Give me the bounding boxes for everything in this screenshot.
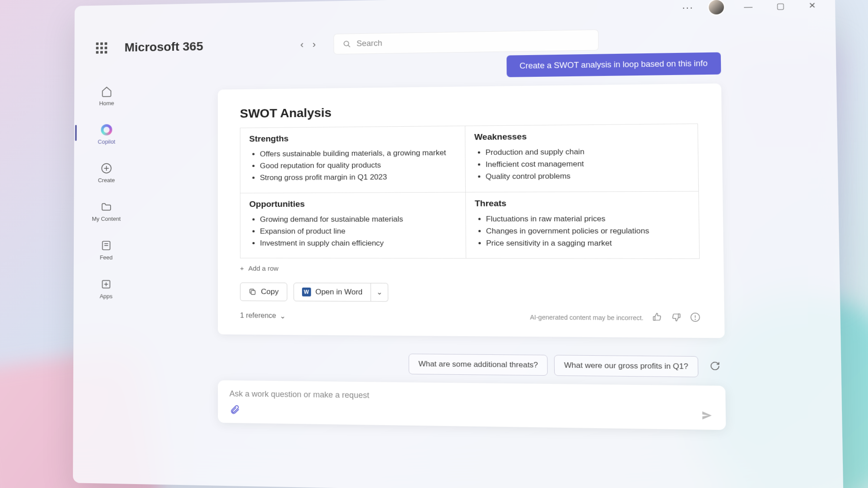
prompt-placeholder: Ask a work question or make a request	[230, 389, 713, 404]
copy-button[interactable]: Copy	[240, 282, 287, 301]
copilot-icon	[101, 124, 113, 136]
sidebar-item-home[interactable]: Home	[83, 82, 131, 109]
swot-cell-weaknesses: Weaknesses Production and supply chain I…	[465, 124, 699, 192]
sidebar-item-feed[interactable]: Feed	[82, 237, 130, 263]
minimize-button[interactable]: —	[739, 0, 757, 13]
app-window: ··· — ▢ ✕ Microsoft 365 ‹ › Search Home …	[73, 0, 843, 488]
search-placeholder: Search	[356, 39, 382, 48]
word-icon: W	[302, 288, 311, 296]
add-row-button[interactable]: + Add a row	[240, 265, 700, 273]
references-toggle[interactable]: 1 reference ⌄	[240, 311, 286, 320]
nav-forward-button[interactable]: ›	[312, 39, 316, 50]
list-item: Growing demand for sustainable materials	[260, 213, 456, 226]
svg-point-0	[344, 41, 349, 46]
feed-icon	[100, 239, 112, 252]
list-item: Changes in government policies or regula…	[486, 225, 690, 237]
sidebar-item-mycontent[interactable]: My Content	[82, 198, 130, 225]
folder-icon	[100, 201, 112, 213]
report-button[interactable]	[690, 312, 701, 324]
plus-circle-icon	[100, 162, 112, 174]
swot-cell-opportunities: Opportunities Growing demand for sustain…	[240, 192, 466, 259]
thumbs-up-button[interactable]	[652, 312, 662, 324]
more-options-button[interactable]: ···	[682, 2, 694, 13]
quadrant-heading: Strengths	[249, 132, 455, 144]
chat-content: Create a SWOT analysis in loop based on …	[218, 52, 726, 430]
sidebar-item-label: My Content	[92, 216, 121, 222]
thumbs-down-button[interactable]	[671, 312, 681, 324]
app-launcher-icon[interactable]	[96, 42, 107, 53]
references-label: 1 reference	[240, 311, 276, 320]
list-item: Expansion of product line	[260, 225, 456, 237]
sidebar-item-label: Home	[99, 100, 114, 106]
add-row-label: Add a row	[248, 265, 278, 272]
card-actions: Copy W Open in Word ⌄	[240, 282, 700, 303]
send-icon	[701, 409, 713, 422]
plus-icon: +	[240, 265, 244, 272]
send-button[interactable]	[701, 409, 713, 423]
paperclip-icon	[230, 404, 240, 415]
chevron-down-icon: ⌄	[377, 288, 383, 296]
open-word-label: Open in Word	[316, 288, 363, 297]
close-button[interactable]: ✕	[804, 0, 821, 13]
titlebar: ··· — ▢ ✕	[682, 0, 821, 16]
open-in-dropdown-button[interactable]: ⌄	[371, 283, 388, 301]
sidebar-item-label: Feed	[100, 254, 113, 261]
list-item: Strong gross profit margin in Q1 2023	[260, 171, 456, 184]
copy-label: Copy	[261, 288, 279, 297]
swot-cell-strengths: Strengths Offers sustainable building ma…	[240, 126, 465, 193]
list-item: Production and supply chain	[485, 145, 688, 158]
sidebar-item-create[interactable]: Create	[82, 160, 130, 187]
svg-line-1	[348, 45, 350, 47]
refresh-suggestions-button[interactable]	[705, 356, 725, 377]
response-title: SWOT Analysis	[240, 102, 698, 121]
sidebar-item-apps[interactable]: Apps	[82, 275, 130, 302]
chevron-down-icon: ⌄	[279, 311, 285, 320]
suggestions-row: What are some additional threats? What w…	[218, 352, 725, 378]
suggestion-chip[interactable]: What were our gross profits in Q1?	[554, 355, 698, 377]
list-item: Offers sustainable building materials, a…	[260, 147, 456, 160]
swot-cell-threats: Threats Fluctuations in raw material pri…	[465, 191, 700, 259]
quadrant-heading: Opportunities	[249, 199, 456, 209]
sidebar-item-copilot[interactable]: Copilot	[83, 121, 131, 148]
list-item: Good reputation for quality products	[260, 159, 456, 172]
svg-rect-11	[251, 291, 255, 295]
response-card: SWOT Analysis Strengths Offers sustainab…	[218, 83, 725, 338]
swot-table: Strengths Offers sustainable building ma…	[240, 124, 700, 259]
apps-icon	[100, 278, 112, 290]
list-item: Quality control problems	[486, 170, 689, 183]
attach-button[interactable]	[230, 404, 240, 417]
prompt-input[interactable]: Ask a work question or make a request	[218, 380, 726, 430]
suggestion-chip[interactable]: What are some additional threats?	[409, 354, 548, 376]
quadrant-heading: Weaknesses	[474, 131, 688, 142]
refresh-icon	[710, 361, 720, 371]
user-message-bubble: Create a SWOT analysis in loop based on …	[506, 52, 721, 77]
list-item: Fluctuations in raw material prices	[486, 212, 690, 225]
nav-back-button[interactable]: ‹	[300, 39, 304, 50]
ai-disclaimer: AI-generated content may be incorrect.	[530, 314, 644, 321]
sidebar-item-label: Create	[98, 177, 115, 183]
open-in-word-button[interactable]: W Open in Word	[293, 283, 371, 302]
home-icon	[101, 85, 113, 98]
list-item: Investment in supply chain efficiency	[260, 237, 456, 249]
copy-icon	[249, 288, 256, 296]
quadrant-heading: Threats	[475, 198, 689, 208]
sidebar-item-label: Apps	[100, 293, 113, 299]
search-icon	[343, 40, 351, 48]
avatar[interactable]	[708, 0, 725, 16]
maximize-button[interactable]: ▢	[772, 0, 789, 13]
app-title: Microsoft 365	[125, 39, 203, 54]
search-input[interactable]: Search	[334, 29, 599, 55]
svg-point-14	[695, 319, 695, 320]
list-item: Inefficient cost management	[486, 157, 689, 170]
list-item: Price sensitivity in a sagging market	[486, 237, 690, 249]
sidebar-item-label: Copilot	[98, 138, 115, 145]
sidebar: Home Copilot Create My Content Feed Apps	[82, 82, 130, 302]
